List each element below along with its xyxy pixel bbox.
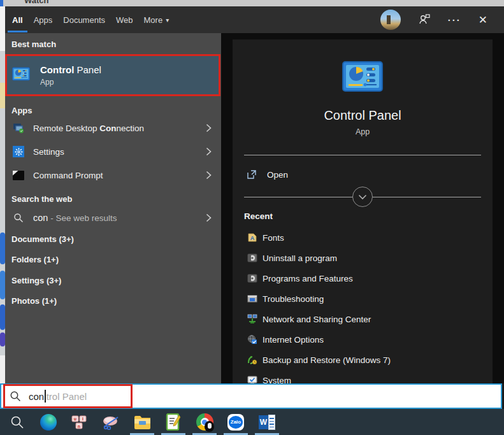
taskbar-file-explorer-button[interactable] <box>128 409 156 435</box>
internet-options-icon <box>247 334 257 345</box>
edge-icon <box>40 414 57 431</box>
file-explorer-icon <box>134 415 151 429</box>
filter-tabs: All Apps Documents Web More ▾ <box>5 6 180 33</box>
best-match-title-bold: Control <box>40 64 74 75</box>
system-icon <box>247 375 257 383</box>
search-filter-tabbar: All Apps Documents Web More ▾ <box>5 6 504 33</box>
result-command-prompt[interactable]: Command Prompt <box>5 164 220 187</box>
recent-item-system[interactable]: System <box>233 370 493 383</box>
zalo-icon: Zalo <box>227 414 244 431</box>
taskbar-search-button[interactable] <box>3 409 31 435</box>
tab-web-label: Web <box>116 15 133 25</box>
background-partial-text: Watch <box>24 0 49 5</box>
recent-item-label: Programs and Features <box>263 274 353 283</box>
result-settings[interactable]: Settings <box>5 140 220 163</box>
preview-hero: Control Panel App <box>233 61 493 136</box>
preview-panel: Control Panel App Open Recent <box>221 33 504 383</box>
recent-item-label: Uninstall a program <box>263 253 337 263</box>
recent-item-network-and-sharing-center[interactable]: Network and Sharing Center <box>233 309 493 329</box>
preview-card: Control Panel App Open Recent <box>233 39 493 383</box>
label-pre: Command Prompt <box>33 171 103 180</box>
taskbar-word-button[interactable]: W <box>253 409 281 435</box>
recent-item-programs-and-features[interactable]: Programs and Features <box>233 268 493 289</box>
best-match-title-rest: Panel <box>74 64 101 75</box>
control-panel-icon <box>12 67 30 83</box>
best-match-header: Best match <box>11 39 56 49</box>
recent-item-label: System <box>263 376 291 384</box>
recent-item-label: Internet Options <box>263 335 324 345</box>
search-icon <box>10 390 21 402</box>
result-label: Command Prompt <box>33 171 103 180</box>
taskbar-scissors-app-button[interactable] <box>97 409 125 435</box>
recent-item-backup-and-restore[interactable]: Backup and Restore (Windows 7) <box>233 350 493 370</box>
tab-more-label: More <box>144 15 163 25</box>
apps-header: Apps <box>11 106 32 115</box>
svg-text:i: i <box>82 417 83 421</box>
desktop-sliver <box>0 232 5 264</box>
tab-web[interactable]: Web <box>116 6 133 33</box>
expand-chevron-button[interactable] <box>352 187 373 207</box>
word-icon: W <box>259 415 275 430</box>
category-settings[interactable]: Settings (3+) <box>11 276 61 285</box>
desktop-background-strip: Watch <box>0 0 504 6</box>
open-action[interactable]: Open <box>233 164 493 185</box>
user-avatar[interactable] <box>380 10 401 30</box>
desktop-sliver <box>0 83 5 108</box>
taskbar-search-input[interactable]: con trol Panel <box>0 383 502 409</box>
network-sharing-icon <box>247 314 257 324</box>
chevron-right-icon[interactable] <box>206 147 212 156</box>
svg-text:u: u <box>74 417 76 421</box>
taskbar-chrome-button[interactable] <box>191 409 219 435</box>
tab-apps[interactable]: Apps <box>34 6 53 33</box>
text-caret <box>45 390 46 403</box>
result-web-search-con[interactable]: con - See web results <box>5 206 220 229</box>
recent-item-uninstall-a-program[interactable]: Uninstall a program <box>233 248 493 268</box>
best-match-result-control-panel[interactable]: Control Panel App <box>5 54 220 96</box>
best-match-title: Control Panel <box>40 64 101 75</box>
command-prompt-icon <box>13 169 24 181</box>
zalo-label: Zalo <box>231 419 241 425</box>
recent-item-label: Network and Sharing Center <box>263 315 371 324</box>
taskbar-edge-button[interactable] <box>34 409 62 435</box>
feedback-icon[interactable] <box>418 13 431 27</box>
taskbar: uin Zalo <box>0 409 504 435</box>
preview-subtitle: App <box>233 127 493 136</box>
search-flyout-window: All Apps Documents Web More ▾ <box>5 6 504 383</box>
unikey-icon: uin <box>71 414 88 431</box>
web-result-label: con - See web results <box>33 213 117 223</box>
search-suggestion-text: trol Panel <box>47 391 87 402</box>
tab-documents[interactable]: Documents <box>63 6 105 33</box>
category-photos[interactable]: Photos (1+) <box>11 296 57 306</box>
category-documents[interactable]: Documents (3+) <box>11 234 74 244</box>
tab-more[interactable]: More ▾ <box>144 6 169 33</box>
chevron-down-icon: ▾ <box>166 17 169 24</box>
result-remote-desktop-connection[interactable]: Remote Desktop Connection <box>5 117 220 139</box>
label-pre: Remote Desktop <box>33 124 99 133</box>
open-external-icon <box>247 169 257 180</box>
tab-all[interactable]: All <box>12 6 23 33</box>
search-the-web-header: Search the web <box>11 194 72 204</box>
word-label: W <box>260 418 267 427</box>
more-options-icon[interactable]: ··· <box>448 15 461 25</box>
taskbar-zalo-button[interactable]: Zalo <box>222 409 250 435</box>
tab-all-label: All <box>12 15 23 25</box>
chevron-right-icon[interactable] <box>206 213 212 222</box>
programs-features-icon <box>247 273 257 283</box>
taskbar-unikey-button[interactable]: uin <box>66 409 94 435</box>
fonts-icon: A <box>247 232 257 243</box>
recent-item-troubleshooting[interactable]: Troubleshooting <box>233 289 493 309</box>
chevron-right-icon[interactable] <box>206 124 212 132</box>
recent-header: Recent <box>244 211 273 221</box>
recent-item-fonts[interactable]: A Fonts <box>233 227 493 248</box>
taskbar-notepadpp-button[interactable] <box>159 409 187 435</box>
search-icon <box>13 212 24 224</box>
recent-item-internet-options[interactable]: Internet Options <box>233 329 493 350</box>
close-icon[interactable]: ✕ <box>479 15 487 25</box>
settings-gear-icon <box>13 146 24 157</box>
best-match-text: Control Panel App <box>40 64 101 87</box>
category-folders[interactable]: Folders (1+) <box>11 255 59 264</box>
chevron-right-icon[interactable] <box>206 171 212 180</box>
result-label: Settings <box>33 147 64 157</box>
scissors-app-icon <box>102 415 120 430</box>
desktop-sliver <box>0 332 5 346</box>
